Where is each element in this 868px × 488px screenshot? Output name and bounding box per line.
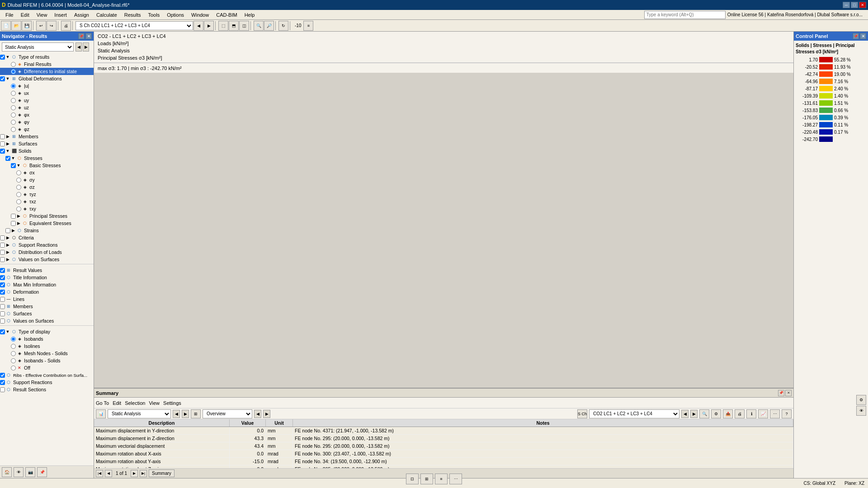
tree-item-surfaces2[interactable]: ⬡ Surfaces: [0, 310, 94, 317]
dist-loads-check[interactable]: [0, 250, 5, 255]
menu-file[interactable]: File: [2, 11, 17, 19]
new-button[interactable]: 📄: [1, 21, 11, 31]
tree-item-ribs-contrib[interactable]: ⬡ Ribs - Effective Contribution on Surfa…: [0, 371, 94, 379]
final-results-radio[interactable]: [11, 62, 16, 67]
menu-results[interactable]: Results: [121, 11, 145, 19]
nav-prev-button[interactable]: ◀: [75, 42, 82, 52]
table-row[interactable]: Maximum rotation about Y-axis -15.0 mrad…: [94, 458, 793, 465]
isobands-solids-radio[interactable]: [11, 358, 16, 363]
title-info-check[interactable]: [0, 275, 5, 280]
summary-icon-btn[interactable]: 📊: [96, 409, 106, 418]
tree-item-isolines[interactable]: ◈ Isolines: [0, 343, 94, 350]
tree-item-sy[interactable]: ◈ σy: [0, 176, 94, 183]
save-button[interactable]: 💾: [22, 21, 32, 31]
tree-item-members2[interactable]: ⊞ Members: [0, 303, 94, 310]
tb-print2[interactable]: 🖨: [735, 409, 745, 418]
tree-item-mesh-nodes-solids[interactable]: ◈ Mesh Nodes - Solids: [0, 350, 94, 357]
navigator-pin-button[interactable]: 📌: [78, 33, 85, 39]
tb-graph[interactable]: 📈: [758, 409, 768, 418]
table-row[interactable]: Maximum displacement in Y-direction 0.0 …: [94, 427, 793, 435]
principal-stresses-check[interactable]: [11, 214, 16, 219]
menu-view[interactable]: View: [33, 11, 51, 19]
tree-item-solids[interactable]: ▼ ⬛ Solids: [0, 147, 94, 155]
equiv-stresses-check[interactable]: [11, 221, 16, 226]
off-radio[interactable]: [11, 366, 16, 371]
mesh-nodes-solids-radio[interactable]: [11, 351, 16, 356]
settings-menu[interactable]: Settings: [163, 400, 181, 406]
stresses-check[interactable]: [5, 156, 10, 161]
support-reactions-expand[interactable]: ▶: [5, 242, 10, 248]
minimize-button[interactable]: ─: [843, 2, 850, 8]
tree-item-isobands[interactable]: ◈ Isobands: [0, 335, 94, 343]
tree-item-surfaces[interactable]: ▶ ⊞ Surfaces: [0, 140, 94, 147]
basic-stresses-check[interactable]: [11, 163, 16, 168]
menu-calculate[interactable]: Calculate: [93, 11, 121, 19]
tree-item-criteria[interactable]: ▶ ⬡ Criteria: [0, 234, 94, 241]
phiy-radio[interactable]: [11, 120, 16, 125]
type-display-check[interactable]: [0, 329, 5, 334]
table-row[interactable]: Maximum vectorial displacement 43.4 mm F…: [94, 442, 793, 450]
surfaces-expand[interactable]: ▶: [5, 141, 10, 146]
more-tools-button[interactable]: ≡: [303, 21, 313, 31]
members-check[interactable]: [0, 134, 5, 139]
type-results-expand[interactable]: ▼: [5, 54, 10, 60]
isobands-radio[interactable]: [11, 337, 16, 342]
tree-item-support-reactions2[interactable]: ⬡ Support Reactions: [0, 379, 94, 386]
summary-pin-button[interactable]: 📌: [778, 390, 784, 396]
tree-item-deformation[interactable]: ⬡ Deformation: [0, 288, 94, 296]
values-surfaces-expand[interactable]: ▶: [5, 257, 10, 262]
tree-item-diff-initial[interactable]: ◈ Differences to initial state: [0, 68, 94, 75]
values-surfaces2-check[interactable]: [0, 319, 5, 324]
undo-button[interactable]: ↩: [36, 21, 46, 31]
tree-item-phiz[interactable]: ◈ φz: [0, 126, 94, 133]
tree-item-strains[interactable]: ▶ ⬡ Strains: [0, 227, 94, 234]
overview-next-btn[interactable]: ▶: [263, 410, 270, 418]
uy-radio[interactable]: [11, 98, 16, 103]
u-radio[interactable]: [11, 84, 16, 89]
result-sections-check[interactable]: [0, 387, 5, 392]
tree-item-sz[interactable]: ◈ σz: [0, 183, 94, 191]
support-reactions2-check[interactable]: [0, 380, 5, 385]
lc-prev-btn[interactable]: ◀: [681, 410, 689, 418]
tree-item-ux[interactable]: ◈ ux: [0, 89, 94, 97]
tree-item-txz[interactable]: ◈ τxz: [0, 198, 94, 205]
tree-item-uz[interactable]: ◈ uz: [0, 104, 94, 111]
tree-item-values-surfaces2[interactable]: ⬡ Values on Surfaces: [0, 317, 94, 324]
surfaces-check[interactable]: [0, 141, 5, 146]
surfaces2-check[interactable]: [0, 311, 5, 316]
tree-item-title-info[interactable]: ⬡ Title Information: [0, 274, 94, 281]
tb-more[interactable]: ⋯: [770, 409, 780, 418]
menu-tools[interactable]: Tools: [144, 11, 163, 19]
tree-item-off[interactable]: ✕ Off: [0, 364, 94, 371]
load-combo[interactable]: S Ch CO2 LC1 + LC2 + LC3 + LC4: [75, 21, 193, 30]
menu-assign[interactable]: Assign: [71, 11, 93, 19]
selection-menu[interactable]: Selection: [125, 400, 145, 406]
edit-menu[interactable]: Edit: [113, 400, 121, 406]
nav-next-button[interactable]: ▶: [83, 42, 89, 52]
sx-radio[interactable]: [16, 170, 21, 175]
phiz-radio[interactable]: [11, 127, 16, 132]
tree-item-stresses[interactable]: ▼ ⬡ Stresses: [0, 155, 94, 162]
tree-item-tyz[interactable]: ◈ τyz: [0, 191, 94, 198]
maxmin-info-check[interactable]: [0, 282, 5, 287]
navigator-close-button[interactable]: ✕: [85, 33, 92, 39]
members2-check[interactable]: [0, 304, 5, 309]
txz-radio[interactable]: [16, 199, 21, 204]
zoom-in-button[interactable]: 🔍: [254, 21, 264, 31]
result-values-check[interactable]: [0, 268, 5, 273]
tree-item-type-results[interactable]: ▼ ⬡ Type of results: [0, 53, 94, 61]
diff-initial-radio[interactable]: [11, 69, 16, 74]
tree-item-dist-loads[interactable]: ▶ ⬡ Distribution of Loads: [0, 249, 94, 256]
tree-item-isobands-solids[interactable]: ◈ Isobands - Solids: [0, 357, 94, 364]
view-menu[interactable]: View: [149, 400, 160, 406]
tree-item-values-surfaces[interactable]: ▶ ⬡ Values on Surfaces: [0, 256, 94, 263]
tb-info[interactable]: ℹ: [746, 409, 756, 418]
tyz-radio[interactable]: [16, 192, 21, 197]
stresses-expand[interactable]: ▼: [10, 155, 16, 161]
tree-item-members[interactable]: ▶ ⊞ Members: [0, 133, 94, 140]
tree-item-maxmin-info[interactable]: ⬡ Max Min Information: [0, 281, 94, 288]
summary-close-button[interactable]: ✕: [785, 390, 792, 396]
loadcase-combo2[interactable]: CO2 LC1 + LC2 + LC3 + LC4: [589, 409, 679, 418]
tree-item-sx[interactable]: ◈ σx: [0, 169, 94, 176]
tree-item-phix[interactable]: ◈ φx: [0, 111, 94, 118]
